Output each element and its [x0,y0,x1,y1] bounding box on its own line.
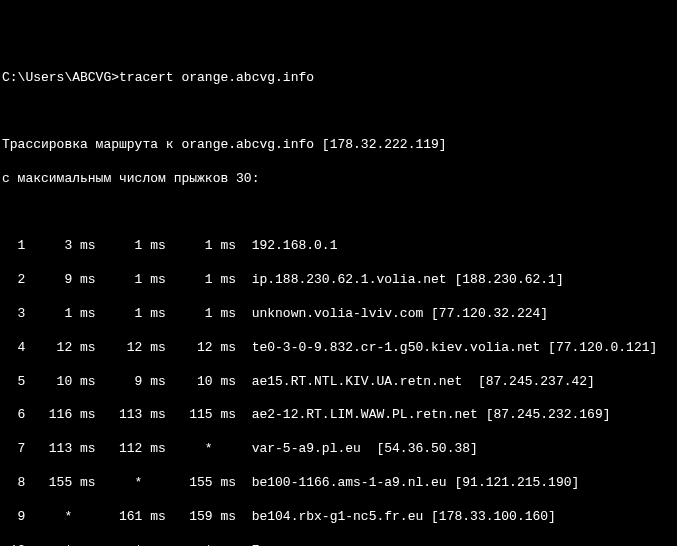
hop-row: 1 3 ms 1 ms 1 ms 192.168.0.1 [2,238,675,255]
blank [2,103,675,120]
hop-row: 8 155 ms * 155 ms be100-1166.ams-1-a9.nl… [2,475,675,492]
hop-row: 4 12 ms 12 ms 12 ms te0-3-0-9.832.cr-1.g… [2,340,675,357]
trace-header-2: с максимальным числом прыжков 30: [2,171,675,188]
hop-row: 2 9 ms 1 ms 1 ms ip.188.230.62.1.volia.n… [2,272,675,289]
blank [2,205,675,222]
hop-row: 10 * * * Превышен интервал ожидания для … [2,543,675,547]
hop-row: 6 116 ms 113 ms 115 ms ae2-12.RT.LIM.WAW… [2,407,675,424]
hop-row: 9 * 161 ms 159 ms be104.rbx-g1-nc5.fr.eu… [2,509,675,526]
prompt-line-1: C:\Users\ABCVG>tracert orange.abcvg.info [2,70,675,87]
command: tracert orange.abcvg.info [119,70,314,85]
prompt: C:\Users\ABCVG> [2,70,119,85]
trace-header-1: Трассировка маршрута к orange.abcvg.info… [2,137,675,154]
hop-row: 7 113 ms 112 ms * var-5-a9.pl.eu [54.36.… [2,441,675,458]
hop-row: 3 1 ms 1 ms 1 ms unknown.volia-lviv.com … [2,306,675,323]
hop-row: 5 10 ms 9 ms 10 ms ae15.RT.NTL.KIV.UA.re… [2,374,675,391]
